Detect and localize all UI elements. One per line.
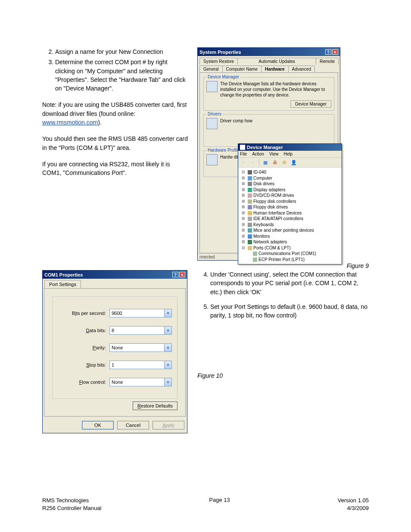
bits-per-second-combo[interactable]: 9600 ▼ <box>109 309 172 317</box>
footer-version: Version 1.05 <box>338 497 369 504</box>
tree-root[interactable]: ID-040 <box>241 170 266 174</box>
print-icon[interactable]: 🖶 <box>271 159 278 166</box>
note-paragraph: Note: if you are using the USB485 conver… <box>42 100 189 127</box>
properties-icon[interactable]: ▦ <box>262 159 269 166</box>
tree-ports[interactable]: Ports (COM & LPT) <box>241 245 340 251</box>
chevron-down-icon: ▼ <box>164 378 171 386</box>
tab-hardware[interactable]: Hardware <box>261 65 289 72</box>
flow-control-label: Flow control: <box>79 380 106 385</box>
note-suffix: ). <box>98 119 102 126</box>
tab-system-restore[interactable]: System Restore <box>199 58 238 65</box>
tree-lpt1[interactable]: ECP Printer Port (LPT1) <box>241 257 340 263</box>
drivers-icon <box>206 118 218 129</box>
cancel-button[interactable]: Cancel <box>117 421 149 429</box>
tree-ide[interactable]: IDE ATA/ATAPI controllers <box>241 216 340 222</box>
tree-monitors[interactable]: Monitors <box>241 233 340 240</box>
help-button[interactable]: ? <box>325 49 331 55</box>
footer-date: 4/3/2009 <box>338 504 369 512</box>
flow-control-combo[interactable]: None ▼ <box>109 378 172 386</box>
tree-display-label: Display adapters <box>253 187 285 192</box>
tab-computer-name[interactable]: Computer Name <box>222 65 262 72</box>
tree-computer-label: Computer <box>253 176 272 180</box>
stop-bits-combo[interactable]: 1 ▼ <box>109 361 172 369</box>
close-button[interactable]: × <box>332 49 338 55</box>
ok-button[interactable]: OK <box>82 421 114 429</box>
tab-general[interactable]: General <box>199 65 223 72</box>
com1-properties-dialog: COM1 Properties ? × Port Settings Bits p… <box>42 270 187 433</box>
tab-automatic-updates[interactable]: Automatic Updates <box>237 58 316 65</box>
system-properties-dialog: System Properties ? × System Restore Aut… <box>197 47 340 261</box>
close-button[interactable]: × <box>179 272 185 277</box>
tree-mouse-label: Mice and other pointing devices <box>253 228 314 233</box>
stop-bits-value: 1 <box>112 362 114 367</box>
tab-remote[interactable]: Remote <box>316 58 339 65</box>
drivers-group-title: Drivers <box>206 112 223 116</box>
data-bits-combo[interactable]: 8 ▼ <box>109 326 172 335</box>
tab-port-settings[interactable]: Port Settings <box>44 280 81 288</box>
menu-file[interactable]: File <box>240 152 247 156</box>
tree-keyboards[interactable]: Keyboards <box>241 222 340 228</box>
stop-bits-label: Stop bits: <box>86 362 106 367</box>
instruction-2: Assign a name for your New Connection <box>55 47 189 56</box>
footer-page: Page 13 <box>209 497 230 503</box>
restore-defaults-button[interactable]: Restore Defaults <box>133 401 177 410</box>
device-manager-description: The Device Manager lists all the hardwar… <box>220 81 331 98</box>
tree-floppy-drives[interactable]: Floppy disk drives <box>241 204 340 210</box>
tree-dvd-cdrom[interactable]: DVD/CD-ROM drives <box>241 193 340 199</box>
flow-control-value: None <box>112 380 123 385</box>
forward-icon[interactable]: → <box>249 159 256 166</box>
tree-com1-label: Communications Port (COM1) <box>258 251 316 256</box>
chevron-down-icon: ▼ <box>164 361 171 369</box>
tree-dvd-label: DVD/CD-ROM drives <box>253 193 294 198</box>
system-properties-title: System Properties <box>199 50 241 55</box>
hardware-profile-group-title: Hardware Profile <box>206 148 241 152</box>
uninstall-icon[interactable]: 👤 <box>290 159 297 166</box>
figure-10-label: Figure 10 <box>197 371 369 380</box>
device-manager-window-title: Device Manager <box>247 145 283 150</box>
tree-computer[interactable]: Computer <box>241 175 340 181</box>
chevron-down-icon: ▼ <box>164 309 171 317</box>
tree-display-adapters[interactable]: Display adapters <box>241 187 340 193</box>
tree-net-label: Network adapters <box>253 240 287 244</box>
parity-label: Parity: <box>93 345 106 350</box>
footer-manual: R256 Controller Manual <box>42 504 101 512</box>
parity-value: None <box>112 345 123 350</box>
device-manager-button[interactable]: Device Manager <box>290 100 331 108</box>
device-manager-icon <box>240 145 245 150</box>
para-usb485: You should then see the RMS USB 485 conv… <box>42 134 189 152</box>
bits-per-second-value: 9600 <box>112 311 122 316</box>
tree-hid[interactable]: Human Interface Devices <box>241 210 340 216</box>
device-tree-icon <box>206 81 218 92</box>
tree-com1[interactable]: Communications Port (COM1) <box>241 251 340 257</box>
menu-action[interactable]: Action <box>252 152 264 156</box>
menu-help[interactable]: Help <box>283 152 293 156</box>
apply-button[interactable]: Apply <box>153 421 184 429</box>
tree-disk-drives[interactable]: Disk drives <box>241 181 340 187</box>
chevron-down-icon: ▼ <box>164 344 171 352</box>
footer-company: RMS Technologies <box>42 497 101 504</box>
tree-floppy-controllers[interactable]: Floppy disk controllers <box>241 199 340 205</box>
tree-root-label: ID-040 <box>253 170 266 174</box>
tree-mon-label: Monitors <box>253 234 270 239</box>
tree-network-adapters[interactable]: Network adapters <box>241 239 340 245</box>
tree-mice[interactable]: Mice and other pointing devices <box>241 227 340 233</box>
menu-view[interactable]: View <box>269 152 279 156</box>
rmsmotion-link[interactable]: www.rmsmotion.com <box>42 119 98 126</box>
parity-combo[interactable]: None ▼ <box>109 343 172 352</box>
device-manager-window: Device Manager File Action View Help ← → <box>238 143 342 264</box>
drivers-text: Driver comp how <box>220 118 331 124</box>
chevron-down-icon: ▼ <box>164 327 171 334</box>
data-bits-value: 8 <box>112 328 114 333</box>
tree-fdc-label: Floppy disk controllers <box>253 199 296 204</box>
tree-lpt1-label: ECP Printer Port (LPT1) <box>258 257 305 262</box>
note-prefix: Note: if you are using the USB485 conver… <box>42 101 187 117</box>
back-icon[interactable]: ← <box>240 159 247 166</box>
hardware-profile-icon <box>206 154 218 165</box>
tree-ports-label: Ports (COM & LPT) <box>253 246 291 250</box>
help-button[interactable]: ? <box>172 272 178 277</box>
scan-icon[interactable]: ⚙ <box>281 159 288 166</box>
tab-advanced[interactable]: Advanced <box>288 65 315 72</box>
data-bits-label: Data bits: <box>86 328 106 333</box>
tree-kbd-label: Keyboards <box>253 222 274 227</box>
tree-fdd-label: Floppy disk drives <box>253 205 288 209</box>
